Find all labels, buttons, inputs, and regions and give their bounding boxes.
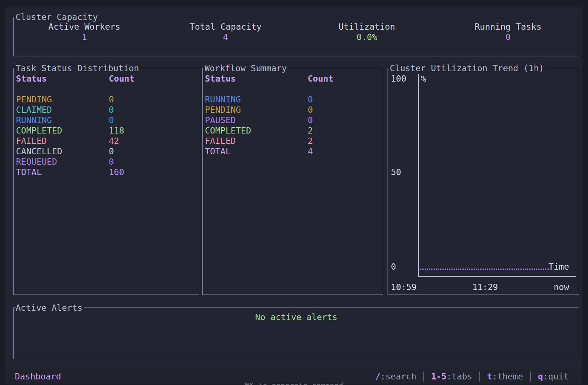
row-label: CLAIMED <box>16 105 109 115</box>
table-row-total: TOTAL 160 <box>16 167 199 177</box>
metric-active-workers: Active Workers 1 <box>14 22 155 42</box>
x-tick-right: now <box>553 282 569 292</box>
metric-value: 0 <box>438 32 579 42</box>
table-row: CANCELLED 0 <box>16 146 199 157</box>
row-value: 2 <box>308 136 313 146</box>
workflow-summary-panel: Workflow Summary Status Count RUNNING 0 … <box>202 68 383 295</box>
y-tick-100: 100 <box>391 73 406 84</box>
y-axis-line <box>418 74 419 276</box>
hint-key: / <box>375 372 380 381</box>
table-row-total: TOTAL 4 <box>205 146 383 157</box>
x-axis-line <box>418 276 576 277</box>
row-value: 0 <box>308 105 313 115</box>
metric-label: Utilization <box>296 22 438 32</box>
row-value: 42 <box>109 136 119 146</box>
row-label: CANCELLED <box>16 146 109 157</box>
x-axis-label: Time <box>549 261 569 272</box>
table-row: FAILED 2 <box>205 136 383 146</box>
metric-label: Running Tasks <box>438 22 579 32</box>
utilization-trend-panel: Cluster Utilization Trend (1h) 100 % 50 … <box>388 68 579 295</box>
row-label: PAUSED <box>205 115 308 125</box>
row-label: PENDING <box>205 105 308 115</box>
x-tick-mid: 11:29 <box>472 282 498 292</box>
spacer <box>16 84 199 94</box>
cluster-capacity-panel: Cluster Capacity Active Workers 1 Total … <box>13 17 579 56</box>
table-row: REQUEUED 0 <box>16 157 199 167</box>
hint-tabs[interactable]: 1-5:tabs <box>431 371 472 382</box>
row-label: COMPLETED <box>205 125 308 136</box>
y-axis-unit: % <box>421 73 426 84</box>
row-value: 0 <box>308 94 313 105</box>
hint-theme[interactable]: t:theme <box>487 371 523 382</box>
col-status: Status <box>205 73 308 84</box>
hint-quit[interactable]: q:quit <box>538 371 569 382</box>
keyboard-hints: /:search │ 1-5:tabs │ t:theme │ q:quit <box>375 371 569 382</box>
table-header: Status Count <box>16 73 199 84</box>
table-row: CLAIMED 0 <box>16 105 199 115</box>
tab-dashboard[interactable]: Dashboard <box>15 371 61 382</box>
table-header: Status Count <box>205 73 383 84</box>
workflow-summary-table: Status Count RUNNING 0 PENDING 0 PAUSED … <box>203 68 383 157</box>
hint-label: :quit <box>543 372 569 381</box>
task-status-table: Status Count PENDING 0 CLAIMED 0 RUNNING… <box>14 68 199 177</box>
row-label: TOTAL <box>205 146 308 157</box>
panel-title: Cluster Capacity <box>16 12 99 22</box>
command-palette-hint[interactable]: ⌘K to generate command <box>0 381 588 385</box>
row-label: RUNNING <box>16 115 109 125</box>
y-tick-50: 50 <box>391 167 401 177</box>
table-row: COMPLETED 118 <box>16 125 199 136</box>
table-row: RUNNING 0 <box>205 94 383 105</box>
hint-key: 1-5 <box>431 372 447 381</box>
row-value: 0 <box>109 105 114 115</box>
metric-total-capacity: Total Capacity 4 <box>155 22 297 42</box>
terminal-screen: Cluster Capacity Active Workers 1 Total … <box>5 7 582 381</box>
metric-value: 0.0% <box>296 32 438 42</box>
metric-label: Total Capacity <box>155 22 297 32</box>
row-value: 118 <box>109 125 124 136</box>
row-value: 2 <box>308 125 313 136</box>
panel-title: Task Status Distribution <box>16 63 140 73</box>
row-value: 0 <box>109 146 114 157</box>
separator: │ <box>477 371 482 382</box>
col-status: Status <box>16 73 109 84</box>
metric-value: 1 <box>14 32 155 42</box>
table-row: PENDING 0 <box>205 105 383 115</box>
metric-value: 4 <box>155 32 297 42</box>
hint-label: :tabs <box>447 372 472 381</box>
row-label: FAILED <box>16 136 109 146</box>
table-row: RUNNING 0 <box>16 115 199 125</box>
panel-title: Active Alerts <box>16 303 84 313</box>
row-value: 0 <box>109 115 114 125</box>
row-value: 160 <box>109 167 124 177</box>
spacer <box>205 84 383 94</box>
x-tick-left: 10:59 <box>391 282 416 292</box>
row-value: 0 <box>308 115 313 125</box>
panel-title: Workflow Summary <box>205 63 288 73</box>
metric-utilization: Utilization 0.0% <box>296 22 438 42</box>
metric-running-tasks: Running Tasks 0 <box>438 22 579 42</box>
row-value: 4 <box>308 146 313 157</box>
col-count: Count <box>308 73 333 84</box>
hint-key: q <box>538 372 543 381</box>
row-label: REQUEUED <box>16 157 109 167</box>
table-row: COMPLETED 2 <box>205 125 383 136</box>
hint-label: :search <box>380 372 416 381</box>
no-alerts-message: No active alerts <box>14 308 579 322</box>
row-label: PENDING <box>16 94 109 105</box>
y-tick-0: 0 <box>391 261 396 272</box>
col-count: Count <box>109 73 134 84</box>
row-label: FAILED <box>205 136 308 146</box>
metric-label: Active Workers <box>14 22 155 32</box>
row-label: RUNNING <box>205 94 308 105</box>
row-label: TOTAL <box>16 167 109 177</box>
hint-search[interactable]: /:search <box>375 371 416 382</box>
separator: │ <box>528 371 533 382</box>
task-status-panel: Task Status Distribution Status Count PE… <box>13 68 199 295</box>
hint-key: t <box>487 372 492 381</box>
table-row: PENDING 0 <box>16 94 199 105</box>
active-alerts-panel: Active Alerts No active alerts <box>13 307 579 359</box>
separator: │ <box>421 371 427 382</box>
row-value: 0 <box>109 157 114 167</box>
hint-label: :theme <box>492 372 523 381</box>
table-row: PAUSED 0 <box>205 115 383 125</box>
